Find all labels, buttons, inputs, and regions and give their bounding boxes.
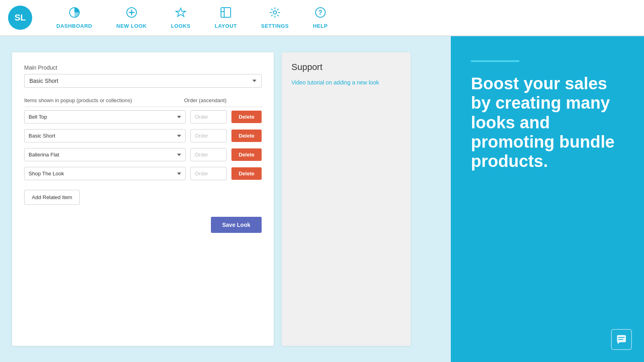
new-look-icon: [126, 7, 137, 21]
order-input-2[interactable]: [190, 129, 227, 142]
item-select-3[interactable]: Ballerina Flat Bell Top Basic Short Shop…: [24, 148, 186, 161]
delete-button-3[interactable]: Delete: [231, 148, 262, 161]
delete-button-4[interactable]: Delete: [231, 167, 262, 180]
save-look-button[interactable]: Save Look: [211, 217, 262, 233]
delete-button-2[interactable]: Delete: [231, 130, 262, 142]
nav-settings[interactable]: SETTINGS: [249, 3, 301, 33]
right-sidebar: Boost your sales by creating many looks …: [451, 36, 644, 362]
support-video-link[interactable]: Video tutorial on adding a new look: [291, 79, 379, 86]
nav-looks-label: LOOKS: [171, 23, 191, 29]
nav-dashboard-label: DASHBOARD: [56, 23, 92, 29]
table-row: Shop The Look Bell Top Basic Short Balle…: [24, 167, 262, 180]
nav-new-look-label: NEW LOOK: [116, 23, 147, 29]
nav-layout-label: LAYOUT: [215, 23, 237, 29]
center-area: Main Product Basic Short Items shown in …: [0, 36, 451, 362]
settings-icon: [269, 7, 281, 21]
table-row: Bell Top Basic Short Ballerina Flat Shop…: [24, 110, 262, 123]
header: SL DASHBOARD NEW LOOK: [0, 0, 644, 36]
main-nav: DASHBOARD NEW LOOK LOOKS: [44, 3, 636, 33]
nav-new-look[interactable]: NEW LOOK: [104, 3, 159, 33]
dashboard-icon: [69, 7, 80, 21]
order-input-3[interactable]: [190, 148, 227, 161]
items-header: Items shown in popup (products or collec…: [24, 97, 262, 107]
logo: SL: [8, 6, 32, 30]
nav-help-label: HELP: [313, 23, 328, 29]
sidebar-accent: [471, 60, 519, 62]
item-select-2[interactable]: Basic Short Bell Top Ballerina Flat Shop…: [24, 129, 186, 142]
support-card: Support Video tutorial on adding a new l…: [282, 52, 411, 346]
support-title: Support: [291, 62, 401, 72]
delete-button-1[interactable]: Delete: [231, 111, 262, 123]
svg-rect-5: [221, 8, 231, 17]
order-input-1[interactable]: [190, 110, 227, 123]
svg-rect-11: [617, 335, 626, 342]
form-footer: Save Look: [24, 217, 262, 233]
looks-icon: [175, 7, 186, 21]
main-content: Main Product Basic Short Items shown in …: [0, 36, 644, 362]
sidebar-tagline: Boost your sales by creating many looks …: [471, 74, 624, 171]
help-icon: ?: [315, 7, 326, 21]
items-header-label: Items shown in popup (products or collec…: [24, 97, 181, 103]
nav-settings-label: SETTINGS: [261, 23, 289, 29]
nav-layout[interactable]: LAYOUT: [202, 3, 249, 33]
item-select-4[interactable]: Shop The Look Bell Top Basic Short Balle…: [24, 167, 186, 180]
chat-button[interactable]: [611, 329, 632, 350]
nav-help[interactable]: ? HELP: [301, 3, 340, 33]
svg-point-8: [273, 11, 277, 14]
add-related-button[interactable]: Add Related Item: [24, 190, 80, 205]
table-row: Ballerina Flat Bell Top Basic Short Shop…: [24, 148, 262, 161]
form-card: Main Product Basic Short Items shown in …: [12, 52, 274, 346]
nav-dashboard[interactable]: DASHBOARD: [44, 3, 104, 33]
main-product-label: Main Product: [24, 64, 262, 71]
layout-icon: [220, 7, 231, 21]
item-select-1[interactable]: Bell Top Basic Short Ballerina Flat Shop…: [24, 110, 186, 123]
nav-looks[interactable]: LOOKS: [159, 3, 203, 33]
table-row: Basic Short Bell Top Ballerina Flat Shop…: [24, 129, 262, 142]
main-product-select[interactable]: Basic Short: [24, 74, 262, 88]
items-header-order: Order (ascendant): [181, 97, 229, 103]
svg-text:?: ?: [318, 9, 322, 16]
order-input-4[interactable]: [190, 167, 227, 180]
svg-marker-4: [176, 8, 186, 16]
